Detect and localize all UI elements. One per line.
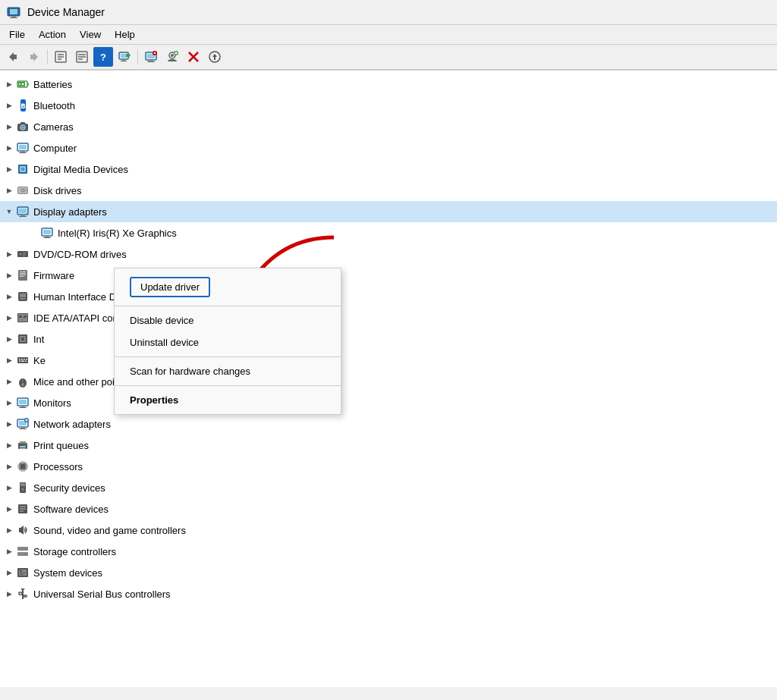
ctx-update-driver[interactable]: Update driver [115,272,341,303]
svg-rect-151 [20,574,24,575]
menu-view[interactable]: View [74,27,107,42]
menu-help[interactable]: Help [109,27,141,42]
expand-network[interactable]: ▶ [3,418,15,430]
expand-mice[interactable]: ▶ [3,375,15,388]
expand-print[interactable]: ▶ [3,439,15,451]
svg-rect-47 [20,122,25,124]
svg-rect-64 [20,215,25,216]
tree-item-disk-drives[interactable]: ▶ Disk drives [0,180,777,201]
properties-button[interactable] [51,47,71,67]
expand-ide[interactable]: ▶ [3,312,15,324]
expand-keyboards[interactable]: ▶ [3,354,15,366]
tree-item-print[interactable]: ▶ Print queues [0,435,777,456]
menu-file[interactable]: File [3,27,31,42]
usb-label: Universal Serial Bus controllers [33,589,171,600]
svg-rect-17 [121,61,127,61]
expand-sound[interactable]: ▶ [3,524,15,536]
disk-drives-label: Disk drives [33,185,82,196]
system-label: System devices [33,567,102,579]
expand-imaging[interactable]: ▶ [3,333,15,345]
help-button[interactable]: ? [93,47,113,67]
expand-hid[interactable]: ▶ [3,290,15,303]
svg-rect-68 [43,230,51,234]
expand-dvd[interactable]: ▶ [3,248,15,260]
expand-firmware[interactable]: ▶ [3,269,15,281]
back-button[interactable] [3,47,23,67]
expand-cameras[interactable]: ▶ [3,121,15,133]
update-driver-button[interactable] [205,47,225,67]
expand-monitors[interactable]: ▶ [3,397,15,409]
tree-item-software[interactable]: ▶ Software devices [0,498,777,520]
camera-icon [15,119,30,134]
tree-item-sound[interactable]: ▶ Sound, video and game controllers [0,520,777,541]
imaging-icon [15,331,30,347]
svg-rect-73 [23,253,27,253]
display-child-label: Intel(R) Iris(R) Xe Graphics [58,228,177,239]
computer-label: Computer [33,143,77,154]
properties-alt-button[interactable] [72,47,92,67]
svg-point-145 [25,548,27,550]
ctx-disable-device[interactable]: Disable device [115,309,341,331]
expand-digital-media[interactable]: ▶ [3,163,15,175]
expand-display-adapters[interactable]: ▼ [3,206,15,218]
expand-disk-drives[interactable]: ▶ [3,184,15,196]
svg-rect-97 [21,361,24,363]
forward-button[interactable] [24,47,44,67]
bluetooth-icon: ʙ [15,98,30,113]
expand-processors[interactable]: ▶ [3,460,15,472]
tree-item-computer[interactable]: ▶ Computer [0,137,777,159]
tree-item-dvd[interactable]: ▶ DVD/CD-ROM drives [0,243,777,265]
add-device-button[interactable] [162,47,182,67]
print-label: Print queues [33,440,89,451]
svg-rect-50 [20,151,25,152]
tree-item-batteries[interactable]: ▶ Batteries [0,74,777,95]
processors-icon [15,459,30,474]
print-icon [15,438,30,453]
ctx-scan-changes[interactable]: Scan for hardware changes [115,360,341,382]
tree-item-display-child[interactable]: ▶ Intel(R) Iris(R) Xe Graphics [0,222,777,243]
svg-marker-5 [30,52,38,61]
expand-usb[interactable]: ▶ [3,588,15,600]
title-bar: Device Manager [0,0,777,25]
expand-computer[interactable]: ▶ [3,142,15,154]
tree-item-storage[interactable]: ▶ Storage controllers [0,541,777,562]
scan-button[interactable] [115,47,134,67]
svg-rect-15 [121,54,127,58]
display-adapters-icon [15,204,30,219]
tree-item-usb[interactable]: ▶ Universal Serial Bus controllers [0,583,777,604]
tree-item-digital-media[interactable]: ▶ Digital Media Devices [0,159,777,180]
tree-item-processors[interactable]: ▶ Processors [0,456,777,477]
expand-software[interactable]: ▶ [3,503,15,515]
processors-label: Processors [33,461,83,472]
ctx-properties[interactable]: Properties [115,389,341,411]
monitors-label: Monitors [33,397,71,409]
menu-action[interactable]: Action [33,27,72,42]
expand-batteries[interactable]: ▶ [3,78,15,90]
svg-text:ʙ: ʙ [20,101,26,110]
tree-item-bluetooth[interactable]: ▶ ʙ Bluetooth [0,95,777,116]
expand-bluetooth[interactable]: ▶ [3,99,15,111]
svg-rect-3 [10,17,17,18]
svg-rect-94 [24,359,25,360]
tree-item-network[interactable]: ▶ Network adapters [0,413,777,435]
svg-rect-139 [20,508,26,510]
tree-item-display-adapters[interactable]: ▼ Display adapters [0,201,777,222]
ctx-uninstall-device[interactable]: Uninstall device [115,331,341,353]
svg-point-27 [171,54,174,57]
svg-rect-155 [24,595,27,597]
expand-storage[interactable]: ▶ [3,545,15,557]
expand-system[interactable]: ▶ [3,567,15,579]
toolbar-sep-2 [137,49,138,64]
svg-rect-105 [20,406,25,407]
ctx-sep-3 [115,385,341,386]
remove-device-button[interactable] [184,47,203,67]
monitor-button[interactable] [141,47,161,67]
svg-rect-110 [19,428,27,429]
tree-item-system[interactable]: ▶ System devices [0,562,777,583]
svg-point-59 [22,190,24,191]
tree-item-cameras[interactable]: ▶ Cameras [0,116,777,137]
expand-security[interactable]: ▶ [3,482,15,494]
tree-item-security[interactable]: ▶ Security devices [0,477,777,498]
network-icon [15,416,30,432]
svg-rect-140 [20,510,24,512]
